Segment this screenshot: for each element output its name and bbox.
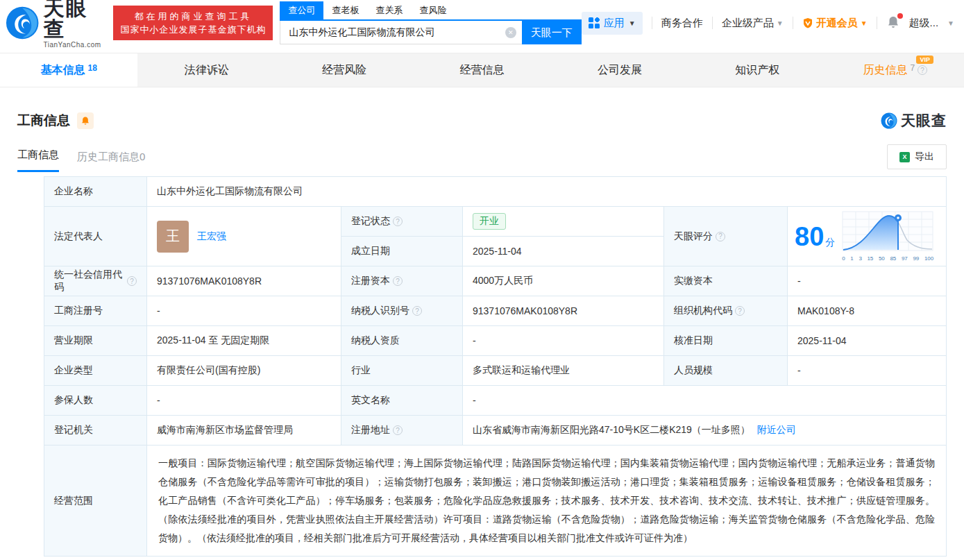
establish-date-label: 成立日期 — [341, 237, 463, 266]
tianyancha-watermark: 天眼查 — [881, 111, 947, 130]
score-label: 天眼评分 ? — [664, 207, 788, 266]
reg-status-label-text: 登记状态 — [351, 215, 390, 228]
help-icon[interactable]: ? — [393, 425, 403, 435]
divider — [652, 17, 652, 29]
table-row: 统一社会信用代码 ? 91371076MAK0108Y8R 注册资本 ? 400… — [44, 266, 946, 296]
help-icon[interactable]: ? — [412, 306, 422, 316]
staff-size-label: 人员规模 — [664, 356, 788, 386]
company-name-value: 山东中外运化工国际物流有限公司 — [147, 177, 946, 207]
credit-code-label-text: 统一社会信用代码 — [54, 269, 124, 294]
chevron-down-icon[interactable]: ▼ — [947, 19, 954, 27]
tab-intellectual-property[interactable]: 知识产权 — [688, 53, 826, 87]
tab-legal-label: 法律诉讼 — [185, 63, 229, 78]
top-header: 天眼查 TianYanCha.com 都在用的商业查询工具 国家中小企业发展子基… — [0, 0, 964, 46]
nav-apps[interactable]: 应用 ▼ — [582, 12, 643, 35]
industry-label: 行业 — [341, 356, 463, 386]
nav-open-vip[interactable]: 开通会员 ▼ — [802, 17, 868, 30]
nav-enterprise-products[interactable]: 企业级产品 ▼ — [722, 17, 784, 30]
reg-address-value: 山东省威海市南海新区阳光路47-10号K区二楼K219（一址多照） 附近公司 — [463, 416, 946, 446]
help-icon[interactable]: ? — [393, 276, 403, 286]
org-code-label-text: 组织机构代码 — [674, 305, 732, 317]
nav-apps-label: 应用 — [604, 17, 625, 30]
search-tab-risk[interactable]: 查风险 — [411, 1, 455, 19]
excel-icon: X — [899, 152, 910, 162]
score-value: 80分 — [788, 207, 946, 266]
table-row: 法定代表人 王 王宏强 登记状态 ? 开业 成立日期 2025-11-04 天眼… — [44, 207, 946, 266]
subtab-business-info[interactable]: 工商信息 — [17, 149, 59, 172]
reg-address-label: 注册地址 ? — [341, 416, 463, 446]
chevron-down-icon: ▼ — [861, 19, 868, 27]
tab-risk-label: 经营风险 — [322, 63, 366, 78]
table-row: 企业名称 山东中外运化工国际物流有限公司 — [44, 177, 946, 207]
legal-rep-label: 法定代表人 — [44, 207, 147, 266]
business-term-label: 营业期限 — [44, 326, 147, 356]
promo-line1: 都在用的商业查询工具 — [120, 10, 266, 23]
tab-basic-info-label: 基本信息 — [41, 63, 85, 78]
logo-text-cn: 天眼查 — [43, 0, 108, 40]
tab-company-development[interactable]: 公司发展 — [551, 53, 688, 87]
score-chart-ticks: 0131550859799100 — [842, 255, 933, 262]
table-row: 营业期限 2025-11-04 至 无固定期限 纳税人资质 - 核准日期 202… — [44, 326, 946, 356]
tab-operational-risk[interactable]: 经营风险 — [276, 53, 413, 87]
nav-user-account[interactable]: 超级... — [909, 17, 939, 30]
business-scope-label: 经营范围 — [44, 446, 147, 556]
reg-authority-value: 威海市南海新区市场监督管理局 — [147, 416, 341, 446]
english-name-label: 英文名称 — [341, 386, 463, 416]
search-input[interactable] — [280, 21, 521, 44]
tianyancha-logo-icon — [6, 6, 39, 40]
clear-search-icon[interactable]: ✕ — [505, 27, 516, 38]
tab-legal-proceedings[interactable]: 法律诉讼 — [137, 53, 275, 87]
tab-basic-info[interactable]: 基本信息 18 — [0, 53, 137, 87]
taxpayer-quality-label: 纳税人资质 — [341, 326, 463, 356]
chevron-down-icon: ▼ — [777, 19, 784, 27]
tianyancha-logo[interactable]: 天眼查 TianYanCha.com — [6, 0, 108, 49]
company-type-label: 企业类型 — [44, 356, 147, 386]
reg-capital-label: 注册资本 ? — [341, 266, 463, 296]
tab-history-info[interactable]: VIP 历史信息 7 ? — [827, 53, 964, 87]
insured-count-value: - — [147, 386, 341, 416]
business-info-table: 企业名称 山东中外运化工国际物流有限公司 法定代表人 王 王宏强 登记状态 ? … — [44, 176, 947, 557]
staff-size-value: - — [788, 356, 946, 386]
watermark-text: 天眼查 — [901, 111, 947, 130]
english-name-value: - — [463, 386, 946, 416]
export-label: 导出 — [915, 151, 934, 163]
search-tab-boss[interactable]: 查老板 — [323, 1, 367, 19]
legal-rep-link[interactable]: 王宏强 — [197, 230, 226, 243]
search-tab-relation[interactable]: 查关系 — [367, 1, 411, 19]
help-icon[interactable]: ? — [393, 217, 403, 226]
business-registration-section: 工商信息 天眼查 工商信息 历史工商信息0 X 导出 企 — [0, 111, 964, 557]
help-icon[interactable]: ? — [735, 306, 745, 316]
search-tab-company[interactable]: 查公司 — [280, 1, 323, 19]
tab-business-info[interactable]: 经营信息 — [413, 53, 550, 87]
help-icon[interactable]: ? — [716, 232, 725, 241]
nav-enterprise-label: 企业级产品 — [722, 17, 774, 30]
help-icon[interactable]: ? — [918, 65, 927, 75]
vip-badge: VIP — [916, 56, 933, 64]
reg-number-value: - — [147, 296, 341, 326]
org-code-value: MAK0108Y-8 — [788, 296, 946, 326]
search-button[interactable]: 天眼一下 — [522, 21, 582, 44]
company-tab-bar: 基本信息 18 法律诉讼 经营风险 经营信息 公司发展 知识产权 VIP 历史信… — [0, 53, 964, 87]
promo-line2: 国家中小企业发展子基金旗下机构 — [120, 23, 266, 36]
export-button[interactable]: X 导出 — [887, 144, 947, 169]
nav-open-vip-label: 开通会员 — [816, 17, 858, 30]
nearby-companies-link[interactable]: 附近公司 — [757, 424, 796, 436]
avatar[interactable]: 王 — [157, 221, 189, 253]
subtab-history-business-info[interactable]: 历史工商信息0 — [77, 151, 145, 172]
search-area: 查公司 查老板 查关系 查风险 ✕ 天眼一下 — [280, 1, 581, 44]
nav-business-cooperation[interactable]: 商务合作 — [661, 17, 703, 30]
insured-count-label: 参保人数 — [44, 386, 147, 416]
notification-bell-icon[interactable] — [886, 15, 900, 31]
score-unit: 分 — [825, 237, 835, 248]
legal-rep-value: 王 王宏强 — [147, 207, 341, 266]
help-icon[interactable]: ? — [127, 276, 137, 286]
notification-dot — [897, 13, 903, 19]
chevron-down-icon: ▼ — [629, 19, 636, 27]
subscribe-bell-icon[interactable] — [77, 112, 94, 129]
taxpayer-quality-value: - — [463, 326, 664, 356]
divider — [712, 17, 713, 29]
reg-capital-label-text: 注册资本 — [351, 275, 390, 287]
company-name-label: 企业名称 — [44, 177, 147, 207]
industry-value: 多式联运和运输代理业 — [463, 356, 664, 386]
paid-capital-value: - — [788, 266, 946, 296]
